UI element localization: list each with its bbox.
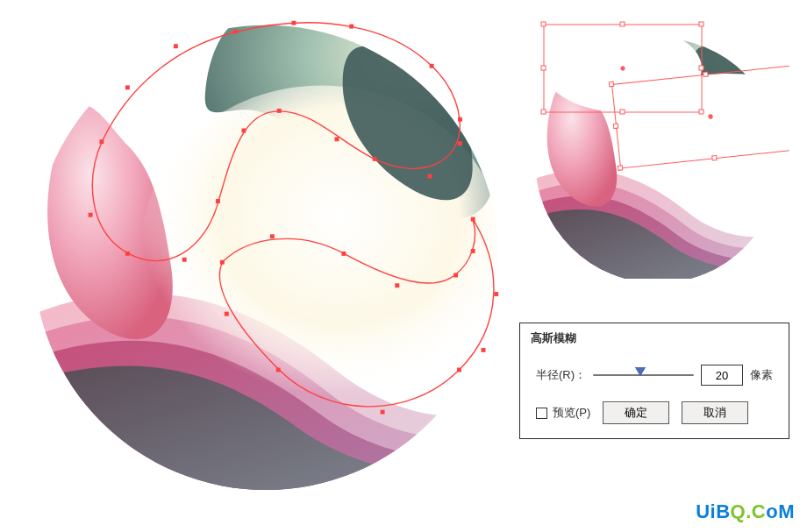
dialog-title: 高斯模糊 [520,323,789,352]
svg-rect-27 [494,292,498,296]
svg-rect-51 [613,124,618,128]
svg-rect-24 [453,273,458,278]
svg-rect-49 [703,72,708,76]
svg-rect-31 [276,368,281,372]
cancel-button[interactable]: 取消 [682,401,748,424]
preview-checkbox[interactable]: 预览(P) [536,405,590,421]
svg-rect-14 [428,174,432,179]
svg-point-47 [709,115,713,119]
svg-rect-38 [541,22,546,26]
svg-rect-23 [395,283,399,287]
svg-rect-54 [712,156,717,160]
canvas: 高斯模糊 半径(R)： 像素 预览(P) 确定 取消 UiBQ [0,0,807,532]
svg-rect-10 [242,129,246,133]
svg-rect-42 [699,66,703,70]
ok-button[interactable]: 确定 [603,401,669,424]
svg-rect-4 [125,85,130,89]
svg-rect-21 [270,234,275,238]
slider-thumb[interactable] [635,367,646,376]
svg-rect-53 [618,166,622,170]
svg-rect-5 [99,139,104,144]
svg-rect-15 [458,141,462,145]
svg-rect-41 [541,66,546,70]
svg-rect-25 [471,249,475,253]
svg-rect-44 [620,110,625,114]
svg-rect-28 [482,348,486,352]
dialog-body: 半径(R)： 像素 预览(P) 确定 取消 [520,352,789,438]
artwork-main [25,4,507,494]
svg-rect-22 [341,252,346,256]
gaussian-blur-dialog: 高斯模糊 半径(R)： 像素 预览(P) 确定 取消 [519,323,789,439]
svg-rect-18 [349,25,354,29]
svg-rect-43 [541,110,546,114]
svg-rect-29 [457,368,461,372]
svg-rect-32 [225,312,229,316]
watermark-main: UiB [696,500,730,522]
buttons-row: 预览(P) 确定 取消 [536,401,773,424]
artwork-secondary [526,16,789,279]
svg-rect-6 [89,213,93,217]
svg-rect-7 [125,252,130,256]
svg-rect-39 [620,22,625,26]
svg-rect-40 [699,22,703,26]
svg-rect-45 [699,110,703,114]
svg-rect-9 [216,199,220,203]
watermark: UiBQ.CoM [696,500,795,523]
svg-rect-13 [373,157,377,161]
svg-rect-17 [430,64,434,68]
radius-label: 半径(R)： [536,367,586,383]
svg-rect-3 [174,44,178,48]
radius-unit: 像素 [750,367,773,383]
svg-rect-20 [220,260,225,265]
svg-rect-19 [291,21,296,25]
checkbox-box [536,408,547,419]
svg-rect-48 [609,82,613,86]
watermark-tail: oM [766,500,795,522]
radius-row: 半径(R)： 像素 [536,365,773,386]
svg-rect-16 [458,117,462,122]
watermark-accent: Q.C [731,500,767,522]
svg-rect-12 [335,137,339,141]
svg-rect-8 [182,258,187,262]
svg-rect-26 [471,217,475,222]
svg-rect-2 [233,30,238,34]
preview-label: 预览(P) [553,405,590,421]
radius-input[interactable] [701,365,743,386]
svg-rect-11 [277,109,282,113]
radius-slider[interactable] [593,369,694,381]
svg-rect-30 [381,410,385,415]
svg-point-37 [621,67,625,70]
